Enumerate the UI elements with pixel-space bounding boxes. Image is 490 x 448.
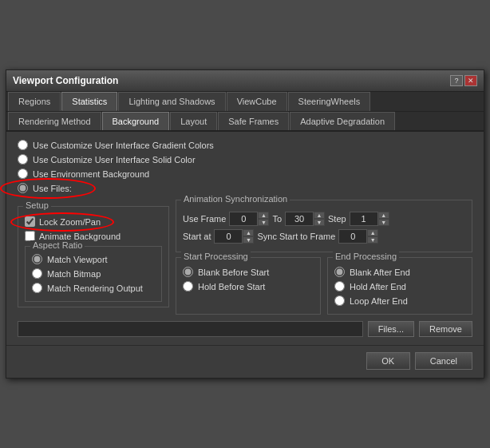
radio-files[interactable]: [18, 183, 28, 193]
start-at-input[interactable]: [214, 229, 243, 244]
radio-env[interactable]: [18, 168, 28, 179]
remove-button[interactable]: Remove: [419, 321, 472, 337]
setup-section: Setup Lock Zoom/Pan → Animate Bac: [18, 206, 169, 307]
files-button[interactable]: Files...: [368, 321, 414, 337]
two-column-layout: Setup Lock Zoom/Pan → Animate Bac: [18, 200, 472, 315]
tab-background[interactable]: Background: [102, 112, 170, 130]
tab-regions[interactable]: Regions: [8, 92, 61, 111]
use-frame-row: Use Frame ▲ ▼ To: [183, 212, 465, 226]
radio-item-solid: Use Customize User Interface Solid Color: [18, 154, 472, 165]
lock-zoom-checkbox[interactable]: [25, 216, 35, 227]
cancel-button[interactable]: Cancel: [415, 352, 472, 370]
tab-adaptive-degradation[interactable]: Adaptive Degradation: [290, 112, 395, 130]
to-spinner: ▲ ▼: [285, 212, 325, 226]
use-frame-spinner: ▲ ▼: [229, 212, 269, 226]
aspect-match-bitmap: Match Bitmap: [32, 268, 155, 279]
radio-item-files: Use Files: →: [18, 183, 472, 193]
setup-column: Setup Lock Zoom/Pan → Animate Bac: [18, 200, 169, 315]
step-up[interactable]: ▲: [378, 212, 389, 219]
end-processing-label: End Processing: [333, 252, 399, 261]
match-rendering-label: Match Rendering Output: [47, 283, 143, 293]
radio-files-label: Use Files:: [33, 184, 72, 193]
use-frame-up[interactable]: ▲: [258, 212, 269, 219]
use-frame-input[interactable]: [229, 212, 258, 226]
tab-steeringwheels[interactable]: SteeringWheels: [288, 92, 371, 111]
to-up[interactable]: ▲: [314, 212, 325, 219]
sync-start-label: Sync Start to Frame: [257, 232, 335, 241]
tab-layout[interactable]: Layout: [170, 112, 217, 130]
blank-before-start-label: Blank Before Start: [198, 268, 269, 277]
start-at-text: Start at: [183, 232, 211, 241]
radio-hold-before-start[interactable]: [183, 281, 193, 291]
processing-row: Start Processing Blank Before Start Hold…: [176, 257, 472, 315]
tab-lighting-shadows[interactable]: Lighting and Shadows: [118, 92, 225, 111]
dialog-title: Viewport Configuration: [13, 75, 118, 86]
step-spinner: ▲ ▼: [350, 212, 389, 226]
setup-label: Setup: [23, 200, 51, 210]
start-at-down[interactable]: ▼: [243, 236, 254, 244]
loop-after-end-label: Loop After End: [350, 296, 408, 306]
animate-bg-label: Animate Background: [39, 232, 121, 241]
radio-gradient-label: Use Customize User Interface Gradient Co…: [33, 141, 214, 150]
hold-before-start-item: Hold Before Start: [183, 281, 314, 291]
start-at-up[interactable]: ▲: [243, 229, 254, 236]
main-content: Use Customize User Interface Gradient Co…: [6, 132, 484, 345]
blank-after-end-item: Blank After End: [334, 267, 465, 277]
tab-statistics[interactable]: Statistics: [61, 92, 117, 111]
radio-item-gradient: Use Customize User Interface Gradient Co…: [18, 140, 472, 150]
viewport-config-dialog: Viewport Configuration ? ✕ Regions Stati…: [6, 69, 484, 379]
step-down[interactable]: ▼: [378, 219, 389, 226]
file-path-input[interactable]: [18, 321, 363, 337]
blank-before-start-item: Blank Before Start: [183, 267, 314, 277]
background-radio-group: Use Customize User Interface Gradient Co…: [18, 140, 472, 193]
aspect-match-rendering: Match Rendering Output: [32, 283, 155, 293]
help-button[interactable]: ?: [450, 75, 463, 86]
animation-column: Animation Synchronization Use Frame ▲ ▼: [176, 200, 472, 315]
step-input[interactable]: [350, 212, 378, 226]
tab-safe-frames[interactable]: Safe Frames: [218, 112, 289, 130]
sync-start-spinner-btns: ▲ ▼: [367, 229, 378, 244]
step-spinner-btns: ▲ ▼: [378, 212, 389, 226]
hold-after-end-label: Hold After End: [350, 282, 406, 291]
sync-start-up[interactable]: ▲: [367, 229, 378, 236]
title-bar: Viewport Configuration ? ✕: [6, 70, 484, 92]
sync-start-input[interactable]: [338, 229, 367, 244]
animation-sync-label: Animation Synchronization: [181, 194, 290, 204]
radio-match-viewport[interactable]: [32, 254, 42, 264]
match-bitmap-label: Match Bitmap: [47, 269, 101, 279]
aspect-ratio-section: Aspect Ratio Match Viewport Match Bitmap: [25, 246, 162, 302]
use-frame-down[interactable]: ▼: [258, 219, 269, 226]
start-processing-label: Start Processing: [181, 252, 251, 261]
title-bar-buttons: ? ✕: [450, 75, 477, 86]
end-processing-section: End Processing Blank After End Hold Afte…: [327, 257, 472, 315]
hold-after-end-item: Hold After End: [334, 281, 465, 291]
radio-solid-label: Use Customize User Interface Solid Color: [33, 155, 196, 165]
to-input[interactable]: [285, 212, 314, 226]
hold-before-start-label: Hold Before Start: [198, 282, 265, 291]
radio-hold-after-end[interactable]: [334, 281, 345, 291]
to-down[interactable]: ▼: [314, 219, 325, 226]
lock-zoom-label: Lock Zoom/Pan: [39, 217, 101, 227]
radio-gradient[interactable]: [18, 140, 28, 150]
sync-start-spinner: ▲ ▼: [338, 229, 378, 244]
aspect-match-viewport: Match Viewport: [32, 254, 155, 264]
close-button[interactable]: ✕: [464, 75, 477, 86]
aspect-ratio-label: Aspect Ratio: [30, 240, 85, 250]
radio-solid[interactable]: [18, 154, 28, 165]
use-frame-spinner-btns: ▲ ▼: [258, 212, 269, 226]
radio-blank-before-start[interactable]: [183, 267, 193, 277]
loop-after-end-item: Loop After End: [334, 295, 465, 306]
tab-viewcube[interactable]: ViewCube: [227, 92, 287, 111]
tabs-row-1: Regions Statistics Lighting and Shadows …: [6, 92, 484, 112]
sync-start-down[interactable]: ▼: [367, 236, 378, 244]
radio-loop-after-end[interactable]: [334, 295, 345, 306]
use-frame-text: Use Frame: [183, 214, 226, 224]
radio-item-env: Use Environment Background: [18, 168, 472, 179]
ok-button[interactable]: OK: [366, 352, 410, 370]
radio-blank-after-end[interactable]: [334, 267, 345, 277]
lock-zoom-item: Lock Zoom/Pan →: [25, 216, 162, 227]
radio-match-bitmap[interactable]: [32, 268, 42, 279]
radio-match-rendering[interactable]: [32, 283, 42, 293]
tab-rendering-method[interactable]: Rendering Method: [8, 112, 101, 130]
radio-env-label: Use Environment Background: [33, 169, 149, 179]
